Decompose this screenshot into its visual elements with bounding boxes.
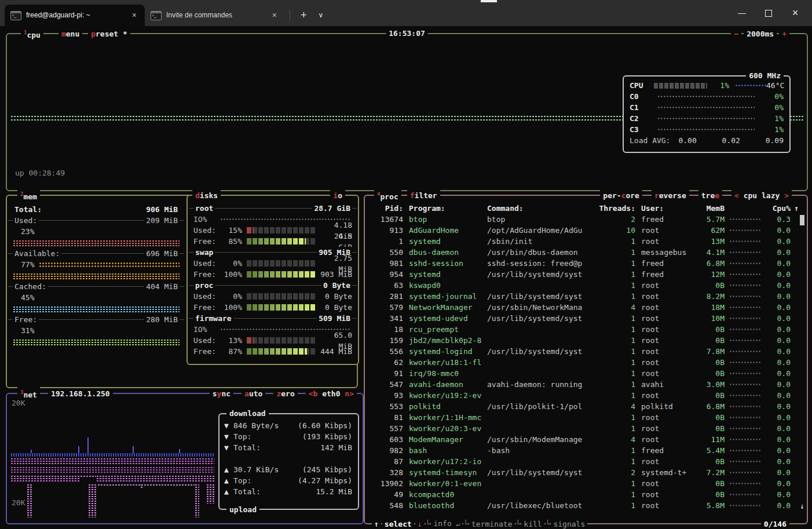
disks-title[interactable]: disks <box>192 190 221 201</box>
process-cpu-graph <box>725 504 765 508</box>
process-row[interactable]: 1systemd/sbin/init1root13M0.0 <box>370 236 802 247</box>
process-cpu-graph <box>725 273 765 276</box>
process-row[interactable]: 954systemd/usr/lib/systemd/syst1freed12M… <box>370 269 802 280</box>
tree-toggle[interactable]: tree <box>698 190 722 201</box>
kill-button[interactable]: kill <box>521 519 544 529</box>
select-up-icon[interactable]: ↑ <box>372 519 381 529</box>
terminal-tab[interactable]: Invite de commandes× <box>145 5 285 26</box>
core-usage-graph <box>657 129 755 130</box>
per-core-toggle[interactable]: per-core <box>600 190 642 201</box>
process-user: root <box>635 434 692 445</box>
preset-button[interactable]: preset * <box>88 28 130 39</box>
sync-toggle[interactable]: sync <box>210 388 233 399</box>
process-user: root <box>635 291 692 302</box>
filter-button[interactable]: filter <box>407 190 440 201</box>
mem-title[interactable]: 2mem <box>17 189 40 202</box>
process-user: root <box>635 489 692 500</box>
process-threads: 2 <box>597 214 635 225</box>
cpu-title[interactable]: 1cpu <box>21 27 43 41</box>
io-toggle[interactable]: io <box>330 189 345 201</box>
process-threads: 1 <box>597 280 635 291</box>
process-cpu-percent: 0.0 <box>765 247 791 258</box>
proc-scrollbar[interactable] <box>800 215 804 225</box>
download-stat-label: 846 Byte/s <box>233 420 279 431</box>
process-row[interactable]: 981sshd-sessionsshd-session: freed@p1fre… <box>370 258 802 269</box>
reverse-toggle[interactable]: reverse <box>652 190 689 201</box>
process-row[interactable]: 557kworker/u20:3-ev1root0B0.0 <box>370 423 802 434</box>
process-row[interactable]: 553polkitd/usr/lib/polkit-1/pol4polkitd6… <box>370 401 802 412</box>
process-row[interactable]: 62kworker/u18:1-fl1root0B0.0 <box>370 357 802 368</box>
tab-close-icon[interactable]: × <box>270 10 279 21</box>
disk-size: 509 MiB <box>317 313 352 324</box>
proc-title[interactable]: 4proc <box>374 189 401 202</box>
disk-used-row: Used:13%65.0 MiB <box>193 335 352 346</box>
process-row[interactable]: 159jbd2/mmcblk0p2-81root0B0.0 <box>370 335 802 346</box>
mem-stat-label: Used: <box>13 215 39 226</box>
process-mem: 4.1M <box>692 247 725 258</box>
tab-dropdown-button[interactable]: ∨ <box>313 10 330 21</box>
auto-toggle[interactable]: auto <box>242 388 265 399</box>
minimize-icon[interactable]: — <box>729 0 755 26</box>
net-box-title: 3net 192.168.1.250 <box>17 388 113 399</box>
select-button[interactable]: select <box>382 519 414 529</box>
cpu-total-meter <box>654 83 707 89</box>
close-icon[interactable]: × <box>782 0 809 26</box>
info-button[interactable]: info ↵ <box>431 518 462 529</box>
process-row[interactable]: 93kworker/u19:2-ev1root0B0.0 <box>370 390 802 401</box>
process-row[interactable]: 556systemd-logind/usr/lib/systemd/syst1r… <box>370 346 802 357</box>
process-row[interactable]: 550dbus-daemon/usr/bin/dbus-daemon1messa… <box>370 247 802 258</box>
process-mem: 0B <box>692 390 725 401</box>
mem-stat-row: Available:696 MiB <box>13 248 180 259</box>
download-label: download <box>226 408 269 419</box>
core-percent: 0% <box>758 102 784 113</box>
process-row[interactable]: 328systemd-timesyn/usr/lib/systemd/syst2… <box>370 467 802 478</box>
process-row[interactable]: 547avahi-daemonavahi-daemon: running1ava… <box>370 379 802 390</box>
process-user: root <box>635 390 692 401</box>
process-row[interactable]: 548bluetoothd/usr/libexec/bluetoot1root5… <box>370 500 802 511</box>
process-row[interactable]: 91irq/98-mmc01root0B0.0 <box>370 368 802 379</box>
upload-graph-line <box>97 484 195 486</box>
process-row[interactable]: 18rcu_preempt1root0B0.0 <box>370 324 802 335</box>
disk-used-label: Used: <box>193 225 222 236</box>
process-row[interactable]: 81kworker/1:1H-mmc1root0B0.0 <box>370 412 802 423</box>
process-row[interactable]: 913AdGuardHome/opt/AdGuardHome/AdGu10roo… <box>370 225 802 236</box>
process-program: dbus-daemon <box>403 247 487 258</box>
process-pid: 49 <box>370 489 403 500</box>
process-row[interactable]: 63kswapd01root0B0.0 <box>370 280 802 291</box>
process-row[interactable]: 87kworker/u17:2-io1root0B0.0 <box>370 456 802 467</box>
process-row[interactable]: 982bash-bash1freed5.4M0.0 <box>370 445 802 456</box>
tab-close-icon[interactable]: × <box>130 10 139 21</box>
process-pid: 91 <box>370 368 403 379</box>
sort-selector[interactable]: < cpu lazy > <box>731 190 792 201</box>
download-stat-row: ▼846 Byte/s(6.60 Kibps) <box>224 420 352 431</box>
maximize-icon[interactable] <box>755 0 782 26</box>
net-ip-address: 192.168.1.250 <box>48 388 113 399</box>
cpu-core-row: C21% <box>630 113 784 124</box>
process-row[interactable]: 49kcompactd01root0B0.0 <box>370 489 802 500</box>
new-tab-button[interactable]: + <box>295 10 313 21</box>
process-row[interactable]: 13674btopbtop2freed5.7M0.3 <box>370 214 802 225</box>
meter-fill <box>247 271 316 278</box>
process-row[interactable]: 13902kworker/0:1-even1root0B0.0 <box>370 478 802 489</box>
process-row[interactable]: 579NetworkManager/usr/sbin/NetworkMana4r… <box>370 302 802 313</box>
process-threads: 1 <box>597 258 635 269</box>
terminal-tab[interactable]: freed@adguard-pi: ~× <box>5 5 145 26</box>
menu-button[interactable]: menu <box>58 28 82 39</box>
signals-button[interactable]: signals <box>551 519 587 529</box>
select-down-icon[interactable]: ↓ <box>415 519 425 529</box>
disk-io-label: IO% <box>193 324 219 335</box>
meter-fill <box>247 238 306 245</box>
terminate-button[interactable]: terminate <box>469 519 514 529</box>
process-row[interactable]: 341systemd-udevd/usr/lib/systemd/syst1ro… <box>370 313 802 324</box>
download-stat-row: ▼Total:142 MiB <box>224 442 352 453</box>
process-row[interactable]: 281systemd-journal/usr/lib/systemd/syst1… <box>370 291 802 302</box>
net-device-switch[interactable]: <b eth0 n> <box>306 388 357 399</box>
refresh-decrease-button[interactable]: − <box>731 28 741 39</box>
zero-toggle[interactable]: zero <box>273 388 297 399</box>
process-row[interactable]: 603ModemManager/usr/sbin/ModemManage4roo… <box>370 434 802 445</box>
process-mem: 7.8M <box>692 346 725 357</box>
process-cpu-graph <box>725 361 765 364</box>
process-pid: 981 <box>370 258 403 269</box>
refresh-increase-button[interactable]: + <box>779 28 789 39</box>
process-cpu-graph <box>725 471 765 475</box>
